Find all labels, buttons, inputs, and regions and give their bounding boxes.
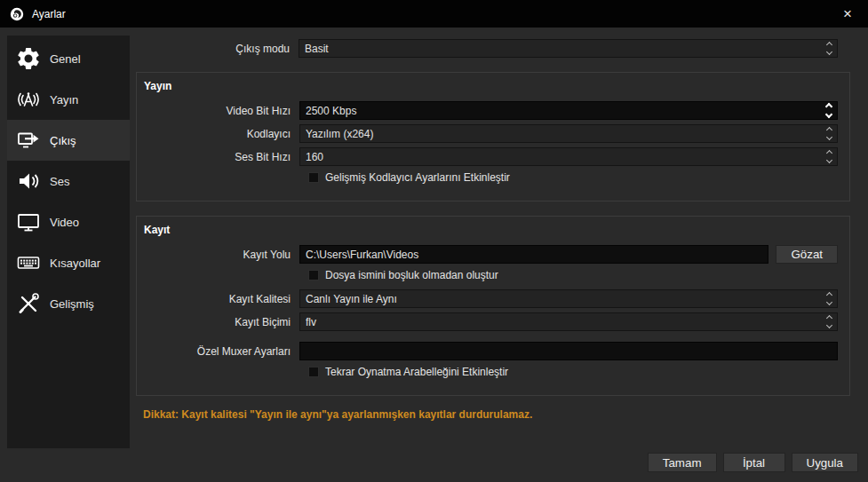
audio-bitrate-row: Ses Bit Hızı 160 (137, 147, 838, 166)
output-arrow-icon (12, 128, 44, 153)
replay-buffer-checkbox-label: Tekrar Oynatma Arabelleğini Etkinleştir (325, 366, 508, 378)
audio-bitrate-select[interactable]: 160 (299, 147, 838, 166)
video-bitrate-spinbox[interactable]: 2500 Kbps (299, 101, 838, 120)
replay-buffer-checkbox[interactable] (308, 367, 319, 377)
tools-icon (12, 291, 44, 316)
sidebar-item-label: Çıkış (50, 134, 76, 147)
sidebar-item-output[interactable]: Çıkış (7, 120, 130, 161)
encoder-value: Yazılım (x264) (306, 128, 822, 140)
apply-button[interactable]: Uygula (792, 453, 859, 472)
dropdown-arrows-icon (822, 316, 832, 328)
record-quality-warning: Dikkat: Kayıt kalitesi "Yayın ile aynı"y… (143, 408, 850, 421)
sidebar-item-hotkeys[interactable]: Kısayollar (7, 242, 130, 283)
record-quality-value: Canlı Yayın ile Aynı (306, 293, 822, 305)
spin-down-button[interactable] (825, 111, 832, 118)
gear-icon (12, 45, 44, 72)
broadcast-icon (12, 87, 44, 112)
record-format-row: Kayıt Biçimi flv (137, 312, 838, 331)
spinbox-arrows (821, 104, 832, 117)
record-format-value: flv (306, 316, 822, 328)
video-bitrate-row: Video Bit Hızı 2500 Kbps (137, 101, 838, 120)
output-mode-label: Çıkış modu (136, 43, 299, 55)
audio-bitrate-label: Ses Bit Hızı (137, 151, 299, 163)
muxer-settings-label: Özel Muxer Ayarları (137, 345, 299, 358)
monitor-icon (12, 209, 44, 234)
sidebar-item-label: Ses (50, 175, 69, 188)
keyboard-icon (12, 250, 44, 275)
stream-group-title: Yayın (137, 78, 838, 101)
record-quality-row: Kayıt Kalitesi Canlı Yayın ile Aynı (137, 289, 838, 308)
record-path-input[interactable]: C:\Users\Furkan\Videos (299, 245, 768, 264)
titlebar: Ayarlar × (0, 0, 868, 28)
dropdown-arrows-icon (822, 128, 832, 139)
record-group: Kayıt Kayıt Yolu C:\Users\Furkan\Videos … (136, 216, 850, 396)
settings-sidebar: Genel Yayın Çıkış (7, 36, 130, 448)
encoder-row: Kodlayıcı Yazılım (x264) (137, 124, 838, 143)
advanced-encoder-check-row: Gelişmiş Kodlayıcı Ayarlarını Etkinleşti… (308, 170, 838, 185)
muxer-settings-input[interactable] (299, 342, 838, 360)
sidebar-item-stream[interactable]: Yayın (7, 79, 130, 120)
no-space-checkbox[interactable] (308, 270, 319, 281)
replay-buffer-check-row: Tekrar Oynatma Arabelleğini Etkinleştir (308, 365, 838, 379)
advanced-encoder-checkbox-label: Gelişmiş Kodlayıcı Ayarlarını Etkinleşti… (325, 171, 510, 184)
output-mode-row: Çıkış modu Basit (136, 39, 850, 58)
record-format-label: Kayıt Biçimi (137, 316, 299, 328)
settings-main: Çıkış modu Basit Yayın Video Bit Hızı 25… (136, 39, 850, 421)
sidebar-item-label: Video (50, 216, 79, 229)
video-bitrate-value: 2500 Kbps (306, 105, 821, 117)
sidebar-item-general[interactable]: Genel (7, 38, 130, 79)
advanced-encoder-checkbox[interactable] (308, 172, 319, 183)
video-bitrate-label: Video Bit Hızı (137, 105, 299, 117)
no-space-check-row: Dosya ismini boşluk olmadan oluştur (308, 268, 838, 282)
output-mode-select[interactable]: Basit (299, 39, 838, 58)
dialog-footer: Tamam İptal Uygula (648, 453, 858, 472)
obs-logo-icon (9, 6, 25, 22)
encoder-select[interactable]: Yazılım (x264) (299, 124, 838, 143)
record-path-row: Kayıt Yolu C:\Users\Furkan\Videos Gözat (137, 245, 838, 264)
audio-bitrate-value: 160 (306, 151, 822, 163)
sidebar-item-audio[interactable]: Ses (7, 161, 130, 201)
record-path-value: C:\Users\Furkan\Videos (306, 249, 762, 261)
record-quality-select[interactable]: Canlı Yayın ile Aynı (299, 289, 838, 308)
ok-button[interactable]: Tamam (648, 453, 717, 472)
sidebar-item-label: Genel (50, 52, 81, 66)
sidebar-item-advanced[interactable]: Gelişmiş (7, 283, 130, 324)
record-quality-label: Kayıt Kalitesi (137, 293, 299, 305)
encoder-label: Kodlayıcı (137, 128, 299, 140)
no-space-checkbox-label: Dosya ismini boşluk olmadan oluştur (325, 269, 498, 281)
sidebar-item-label: Gelişmiş (50, 297, 94, 311)
spin-up-button[interactable] (825, 103, 832, 110)
cancel-button[interactable]: İptal (723, 453, 785, 472)
record-path-label: Kayıt Yolu (137, 249, 299, 261)
dropdown-arrows-icon (822, 43, 832, 54)
stream-group: Yayın Video Bit Hızı 2500 Kbps Kodlayıcı… (136, 72, 850, 201)
sidebar-item-label: Yayın (50, 93, 78, 107)
sidebar-item-label: Kısayollar (50, 257, 100, 270)
speaker-icon (12, 169, 44, 194)
window-title: Ayarlar (32, 8, 66, 20)
output-mode-value: Basit (305, 43, 822, 55)
muxer-settings-row: Özel Muxer Ayarları (137, 342, 838, 360)
close-button[interactable]: × (827, 0, 868, 28)
record-group-title: Kayıt (137, 222, 838, 245)
browse-button[interactable]: Gözat (776, 245, 838, 264)
record-format-select[interactable]: flv (299, 312, 838, 331)
dropdown-arrows-icon (822, 293, 832, 304)
sidebar-item-video[interactable]: Video (7, 201, 130, 242)
dropdown-arrows-icon (822, 151, 832, 162)
